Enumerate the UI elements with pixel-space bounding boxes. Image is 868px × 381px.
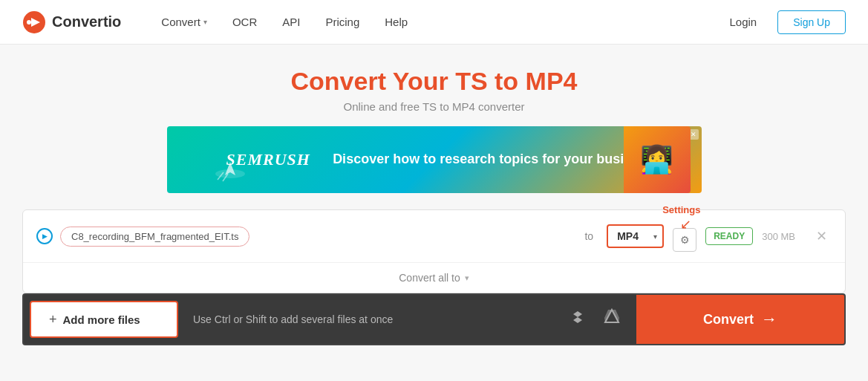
hint-text: Use Ctrl or Shift to add several files a… — [178, 295, 553, 344]
login-button[interactable]: Login — [719, 11, 767, 33]
hero-section: Convert Your TS to MP4 Online and free T… — [0, 67, 868, 113]
to-label: to — [584, 230, 593, 242]
semrush-logo: SEMRUSH — [226, 150, 310, 169]
convert-all-text[interactable]: Convert all to — [399, 272, 460, 284]
svg-point-2 — [27, 20, 31, 25]
convert-area: ▶ C8_recording_BFM_fragmented_EIT.ts to … — [22, 209, 846, 293]
nav-help[interactable]: Help — [374, 10, 418, 34]
logo[interactable]: Convertio — [22, 10, 121, 34]
add-files-button[interactable]: + Add more files — [30, 301, 178, 338]
settings-arrow-icon: ↙ — [680, 216, 691, 232]
nav-pricing[interactable]: Pricing — [315, 10, 370, 34]
file-row: ▶ C8_recording_BFM_fragmented_EIT.ts to … — [23, 210, 845, 263]
convert-button[interactable]: Convert → — [636, 295, 844, 344]
plus-icon: + — [49, 312, 57, 328]
hero-subtitle: Online and free TS to MP4 converter — [0, 100, 868, 113]
header-actions: Login Sign Up — [719, 10, 846, 34]
settings-label: Settings — [662, 204, 700, 215]
hero-title: Convert Your TS to MP4 — [0, 67, 868, 96]
google-drive-icon[interactable] — [602, 307, 621, 331]
svg-marker-8 — [604, 310, 612, 322]
main-nav: Convert ▾ OCR API Pricing Help — [151, 10, 719, 34]
dropbox-icon[interactable] — [568, 307, 587, 331]
remove-file-button[interactable]: ✕ — [812, 228, 832, 244]
bottom-bar: + Add more files Use Ctrl or Shift to ad… — [22, 293, 846, 345]
file-info: ▶ C8_recording_BFM_fragmented_EIT.ts — [36, 227, 571, 247]
main-content: Convert Your TS to MP4 Online and free T… — [0, 45, 868, 345]
file-size: 300 MB — [762, 231, 795, 242]
add-files-label: Add more files — [63, 313, 140, 326]
format-select-wrapper: MP4 AVI MKV MOV WMV ▾ — [607, 224, 664, 248]
convert-all-chevron-icon[interactable]: ▾ — [465, 273, 469, 283]
logo-icon — [22, 10, 46, 34]
svg-marker-9 — [612, 310, 619, 322]
convert-label: Convert — [703, 312, 754, 328]
signup-button[interactable]: Sign Up — [777, 10, 846, 34]
format-select[interactable]: MP4 AVI MKV MOV WMV — [608, 226, 662, 247]
logo-text: Convertio — [52, 13, 121, 30]
cloud-icons — [553, 295, 636, 344]
convert-arrow-icon: → — [761, 310, 777, 329]
ad-banner[interactable]: ⚑ ✕ SEMRUSH Discover how to research top… — [167, 126, 702, 193]
chevron-down-icon: ▾ — [203, 18, 207, 26]
nav-ocr[interactable]: OCR — [222, 10, 267, 34]
nav-convert[interactable]: Convert ▾ — [151, 10, 218, 34]
ready-badge: READY — [705, 227, 753, 245]
settings-wrapper: Settings ↙ ⚙ — [673, 228, 696, 252]
convert-all-row: Convert all to ▾ — [23, 263, 845, 293]
ad-figure: 👩‍💻 — [624, 126, 691, 193]
play-icon[interactable]: ▶ — [36, 228, 53, 244]
header: Convertio Convert ▾ OCR API Pricing Help… — [0, 0, 868, 45]
file-name: C8_recording_BFM_fragmented_EIT.ts — [60, 227, 249, 247]
nav-api[interactable]: API — [272, 10, 310, 34]
